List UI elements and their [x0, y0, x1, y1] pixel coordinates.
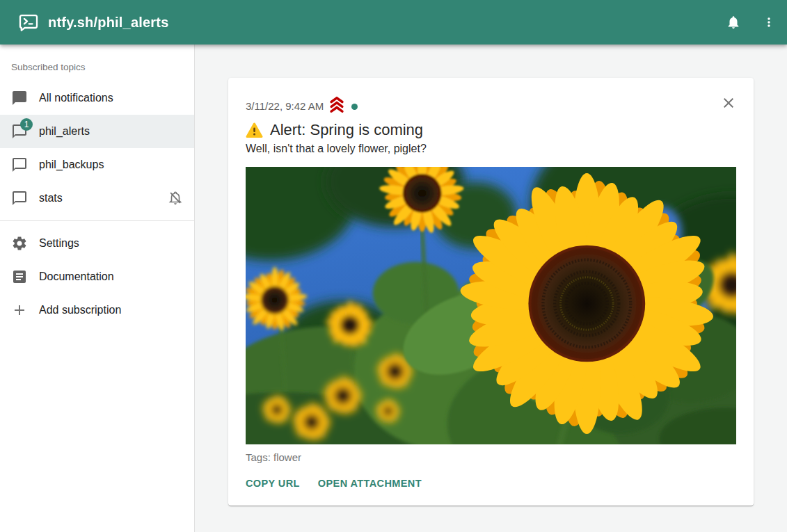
copy-url-button[interactable]: COPY URL	[246, 478, 300, 489]
sidebar-item-label: All notifications	[39, 92, 113, 104]
sidebar-item-settings[interactable]: Settings	[0, 227, 194, 260]
unread-count-badge: 1	[20, 118, 33, 131]
sidebar-item-documentation[interactable]: Documentation	[0, 260, 194, 293]
bell-off-icon	[168, 191, 183, 206]
open-attachment-button[interactable]: OPEN ATTACHMENT	[318, 478, 422, 489]
notification-body: Well, isn't that a lovely flower, piglet…	[246, 143, 736, 155]
sidebar-divider	[0, 220, 194, 221]
header-actions	[725, 14, 777, 31]
sunflower-photo-scene	[246, 167, 736, 444]
sidebar: Subscribed topics All notifications 1 ph…	[0, 45, 195, 532]
chat-bubble-outline-icon	[11, 156, 28, 173]
plus-icon	[11, 302, 28, 319]
sidebar-item-label: Documentation	[39, 271, 114, 283]
sidebar-item-label: phil_backups	[39, 159, 104, 171]
gear-icon	[11, 235, 28, 252]
sidebar-item-label: Settings	[39, 237, 79, 250]
notification-actions: COPY URL OPEN ATTACHMENT	[246, 478, 736, 489]
subscribed-topics-label: Subscribed topics	[0, 45, 194, 81]
chat-bubble-outline-icon: 1	[11, 123, 28, 140]
ntfy-logo-icon	[18, 13, 39, 32]
sidebar-item-label: stats	[39, 192, 63, 204]
notification-title-text: Alert: Spring is coming	[270, 121, 423, 139]
unread-dot-icon	[351, 104, 358, 110]
kebab-menu-icon[interactable]	[761, 14, 777, 31]
chat-bubble-outline-icon	[11, 190, 28, 207]
bell-icon[interactable]	[725, 14, 742, 31]
app-header: ntfy.sh/phil_alerts	[0, 0, 787, 45]
main-content: 3/11/22, 9:42 AM Alert: Spring is coming	[195, 45, 787, 532]
attachment-image[interactable]	[246, 167, 736, 444]
article-icon	[11, 268, 28, 285]
notification-meta: 3/11/22, 9:42 AM	[246, 96, 736, 115]
page-title: ntfy.sh/phil_alerts	[48, 15, 168, 31]
sidebar-item-add-subscription[interactable]: Add subscription	[0, 293, 194, 327]
chat-bubble-filled-icon	[11, 90, 28, 106]
sidebar-item-stats[interactable]: stats	[0, 182, 194, 215]
notification-timestamp: 3/11/22, 9:42 AM	[246, 100, 324, 112]
priority-max-icon	[328, 97, 346, 115]
notification-title: Alert: Spring is coming	[246, 121, 736, 139]
sidebar-item-all-notifications[interactable]: All notifications	[0, 81, 194, 115]
sidebar-item-phil-alerts[interactable]: 1 phil_alerts	[0, 115, 194, 148]
sidebar-item-label: Add subscription	[39, 304, 121, 316]
sidebar-item-phil-backups[interactable]: phil_backups	[0, 148, 194, 182]
warning-triangle-icon	[246, 122, 263, 139]
close-icon[interactable]	[720, 95, 737, 111]
sidebar-item-label: phil_alerts	[39, 125, 90, 138]
notification-card: 3/11/22, 9:42 AM Alert: Spring is coming	[228, 78, 754, 506]
notification-tags: Tags: flower	[246, 451, 736, 463]
